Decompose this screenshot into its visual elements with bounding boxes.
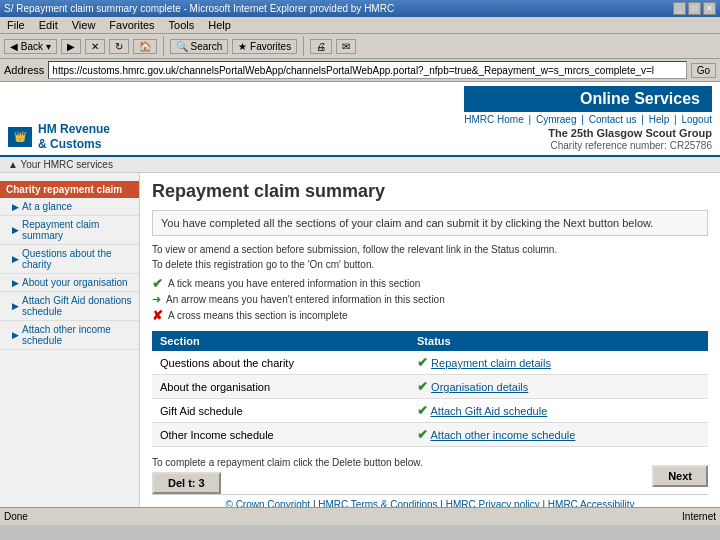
row-3-section: Other Income schedule bbox=[152, 423, 409, 447]
legend-tick-text: A tick means you have entered informatio… bbox=[168, 278, 420, 289]
nav-cymraeg[interactable]: Cymraeg bbox=[536, 114, 577, 125]
delete-button[interactable]: Del t: 3 bbox=[152, 472, 221, 494]
sub-header[interactable]: ▲ Your HMRC services bbox=[0, 157, 720, 173]
sidebar-item-other-income[interactable]: ▶ Attach other income schedule bbox=[0, 321, 139, 350]
stop-button[interactable]: ✕ bbox=[85, 39, 105, 54]
legend-cross-text: A cross means this section is incomplete bbox=[168, 310, 348, 321]
sidebar-item-questions-charity[interactable]: ▶ Questions about the charity bbox=[0, 245, 139, 274]
info-text-2: To view or amend a section before submis… bbox=[152, 244, 708, 255]
row-0-section: Questions about the charity bbox=[152, 351, 409, 375]
sidebar-item-repayment-summary[interactable]: ▶ Repayment claim summary bbox=[0, 216, 139, 245]
menu-view[interactable]: View bbox=[69, 18, 99, 32]
maximize-button[interactable]: □ bbox=[688, 2, 701, 15]
tick-icon-row2: ✔ bbox=[417, 403, 428, 418]
hmrc-logo-text: HM Revenue & Customs bbox=[38, 122, 110, 151]
tick-icon-row1: ✔ bbox=[417, 379, 428, 394]
sidebar-label-3: About your organisation bbox=[22, 277, 128, 288]
table-header-section: Section bbox=[152, 331, 409, 351]
favorites-button[interactable]: ★ Favorites bbox=[232, 39, 297, 54]
mail-button[interactable]: ✉ bbox=[336, 39, 356, 54]
row-3-status-link[interactable]: Attach other income schedule bbox=[430, 429, 575, 441]
hmrc-name-line1: HM Revenue bbox=[38, 122, 110, 136]
legend-item-cross: ✘ A cross means this section is incomple… bbox=[152, 308, 708, 323]
header-nav: HMRC Home | Cymraeg | Contact us | Help … bbox=[464, 112, 712, 127]
main-layout: Charity repayment claim ▶ At a glance ▶ … bbox=[0, 173, 720, 507]
row-3-status: ✔ Attach other income schedule bbox=[409, 423, 708, 447]
sidebar-label-5: Attach other income schedule bbox=[22, 324, 133, 346]
arrow-legend-icon: ➜ bbox=[152, 293, 161, 306]
browser-titlebar: S/ Repayment claim summary complete - Mi… bbox=[0, 0, 720, 17]
cross-icon: ✘ bbox=[152, 308, 163, 323]
nav-contact-us[interactable]: Contact us bbox=[589, 114, 637, 125]
nav-help[interactable]: Help bbox=[649, 114, 670, 125]
legend-item-arrow: ➜ An arrow means you haven't entered inf… bbox=[152, 293, 708, 306]
footer-terms[interactable]: HMRC Terms & Conditions bbox=[318, 499, 437, 507]
arrow-icon-3: ▶ bbox=[12, 278, 19, 288]
row-0-status-link[interactable]: Repayment claim details bbox=[431, 357, 551, 369]
menu-file[interactable]: File bbox=[4, 18, 28, 32]
sidebar: Charity repayment claim ▶ At a glance ▶ … bbox=[0, 173, 140, 507]
sidebar-item-about-org[interactable]: ▶ About your organisation bbox=[0, 274, 139, 292]
arrow-icon-4: ▶ bbox=[12, 301, 19, 311]
row-1-status-link[interactable]: Organisation details bbox=[431, 381, 528, 393]
arrow-icon-2: ▶ bbox=[12, 254, 19, 264]
forward-button[interactable]: ▶ bbox=[61, 39, 81, 54]
print-button[interactable]: 🖨 bbox=[310, 39, 332, 54]
tick-icon-row0: ✔ bbox=[417, 355, 428, 370]
footer-privacy[interactable]: HMRC Privacy policy bbox=[446, 499, 540, 507]
menu-tools[interactable]: Tools bbox=[166, 18, 198, 32]
footer-copyright[interactable]: © Crown Copyright bbox=[225, 499, 310, 507]
toolbar-separator-2 bbox=[303, 36, 304, 56]
sub-header-text: ▲ Your HMRC services bbox=[8, 159, 113, 170]
back-button[interactable]: ◀ Back ▾ bbox=[4, 39, 57, 54]
minimize-button[interactable]: _ bbox=[673, 2, 686, 15]
footer-actions: To complete a repayment claim click the … bbox=[152, 457, 708, 494]
menu-edit[interactable]: Edit bbox=[36, 18, 61, 32]
footer-accessibility[interactable]: HMRC Accessibility bbox=[548, 499, 635, 507]
home-button[interactable]: 🏠 bbox=[133, 39, 157, 54]
info-box: You have completed all the sections of y… bbox=[152, 210, 708, 236]
browser-statusbar: Done Internet bbox=[0, 507, 720, 525]
sidebar-label-1: Repayment claim summary bbox=[22, 219, 133, 241]
arrow-icon-5: ▶ bbox=[12, 330, 19, 340]
close-button[interactable]: ✕ bbox=[703, 2, 716, 15]
browser-content-area: 👑 HM Revenue & Customs Online Services H… bbox=[0, 82, 720, 507]
row-1-status: ✔ Organisation details bbox=[409, 375, 708, 399]
row-1-section: About the organisation bbox=[152, 375, 409, 399]
footer-note: To complete a repayment claim click the … bbox=[152, 457, 652, 494]
table-header-status: Status bbox=[409, 331, 708, 351]
menu-help[interactable]: Help bbox=[205, 18, 234, 32]
address-bar: Address Go bbox=[0, 59, 720, 82]
table-row: About the organisation ✔ Organisation de… bbox=[152, 375, 708, 399]
legend-arrow-text: An arrow means you haven't entered infor… bbox=[166, 294, 445, 305]
menu-favorites[interactable]: Favorites bbox=[106, 18, 157, 32]
row-2-status-link[interactable]: Attach Gift Aid schedule bbox=[430, 405, 547, 417]
nav-logout[interactable]: Logout bbox=[681, 114, 712, 125]
sidebar-item-gift-aid[interactable]: ▶ Attach Gift Aid donations schedule bbox=[0, 292, 139, 321]
statusbar-text: Done bbox=[4, 511, 28, 522]
header-right: Online Services HMRC Home | Cymraeg | Co… bbox=[464, 86, 712, 151]
row-2-status: ✔ Attach Gift Aid schedule bbox=[409, 399, 708, 423]
page-title: Repayment claim summary bbox=[152, 181, 708, 202]
sidebar-label-0: At a glance bbox=[22, 201, 72, 212]
search-button[interactable]: 🔍 Search bbox=[170, 39, 228, 54]
go-button[interactable]: Go bbox=[691, 63, 716, 78]
arrow-icon-0: ▶ bbox=[12, 202, 19, 212]
nav-hmrc-home[interactable]: HMRC Home bbox=[464, 114, 523, 125]
table-row: Gift Aid schedule ✔ Attach Gift Aid sche… bbox=[152, 399, 708, 423]
table-row: Questions about the charity ✔ Repayment … bbox=[152, 351, 708, 375]
statusbar-zone: Internet bbox=[682, 511, 716, 522]
address-input[interactable] bbox=[48, 61, 686, 79]
sidebar-item-at-a-glance[interactable]: ▶ At a glance bbox=[0, 198, 139, 216]
info-text-1: You have completed all the sections of y… bbox=[161, 217, 699, 229]
address-label: Address bbox=[4, 64, 44, 76]
browser-title: S/ Repayment claim summary complete - Mi… bbox=[4, 3, 394, 14]
tick-icon-row3: ✔ bbox=[417, 427, 428, 442]
next-button[interactable]: Next bbox=[652, 465, 708, 487]
legend-box: To view or amend a section before submis… bbox=[152, 244, 708, 323]
table-row: Other Income schedule ✔ Attach other inc… bbox=[152, 423, 708, 447]
refresh-button[interactable]: ↻ bbox=[109, 39, 129, 54]
user-name: The 25th Glasgow Scout Group bbox=[548, 127, 712, 139]
claim-table: Section Status Questions about the chari… bbox=[152, 331, 708, 447]
browser-menubar: File Edit View Favorites Tools Help bbox=[0, 17, 720, 34]
